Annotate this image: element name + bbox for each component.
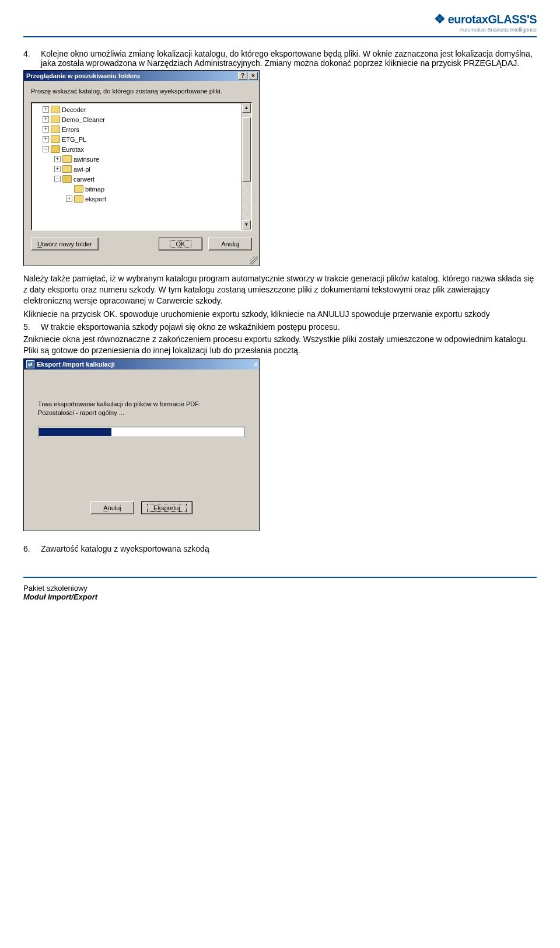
list-number: 4. (23, 49, 35, 68)
collapse-icon[interactable]: − (43, 146, 49, 152)
dialog-title: Eksport /Import kalkulacji (37, 361, 115, 368)
tree-row[interactable]: + awi-pl (32, 164, 242, 174)
footer: Pakiet szkoleniowy Moduł Import/Export (23, 584, 537, 601)
browse-folder-dialog: Przeglądanie w poszukiwaniu folderu ? × … (23, 70, 260, 266)
resize-grip[interactable] (24, 256, 259, 266)
expand-icon[interactable]: + (43, 106, 49, 113)
expand-icon[interactable]: + (43, 116, 49, 123)
footer-rule (23, 577, 537, 578)
header-logo-bar: ❖ eurotaxGLASS'S Automotive Business Int… (23, 12, 537, 33)
spacer (66, 186, 72, 192)
list-number: 5. (23, 322, 35, 332)
logo-arrow-icon: ❖ (434, 12, 446, 27)
header-rule (23, 36, 537, 37)
export-dialog: ⇄ Eksport /Import kalkulacji × Trwa eksp… (23, 358, 260, 531)
logo: ❖ eurotaxGLASS'S Automotive Business Int… (434, 12, 537, 33)
progress-bar (38, 427, 245, 437)
folder-icon (74, 195, 83, 203)
tree-label: Demo_Cleaner (62, 116, 105, 123)
folder-icon (62, 165, 72, 173)
close-button[interactable]: × (249, 72, 258, 80)
expand-icon[interactable]: + (54, 156, 61, 162)
scroll-track[interactable] (242, 113, 251, 220)
paragraph: Należy także pamiętać, iż w wybranym kat… (23, 273, 537, 306)
dialog-message: Proszę wskazać katalog, do którego zosta… (31, 87, 252, 95)
footer-line-2: Moduł Import/Export (23, 592, 537, 601)
export-status-line: Pozostałości - raport ogólny ... (38, 409, 245, 416)
tree-label: Errors (62, 126, 79, 133)
scroll-up-icon[interactable]: ▲ (242, 103, 251, 113)
expand-icon[interactable]: + (66, 196, 72, 202)
folder-open-icon (51, 145, 60, 153)
tree-label: bitmap (85, 186, 104, 193)
folder-icon (51, 135, 60, 143)
list-item-6: 6. Zawartość katalogu z wyeksportowana s… (23, 544, 537, 553)
scrollbar[interactable]: ▲ ▼ (242, 103, 251, 229)
tree-row[interactable]: + eksport (32, 194, 242, 204)
folder-open-icon (62, 175, 72, 183)
cancel-button[interactable]: Anuluj (208, 238, 252, 250)
dialog-titlebar[interactable]: ⇄ Eksport /Import kalkulacji × (24, 359, 259, 370)
tree-label: eksport (85, 196, 106, 203)
dialog-title: Przeglądanie w poszukiwaniu folderu (26, 72, 140, 79)
help-button[interactable]: ? (238, 72, 247, 80)
logo-subtitle: Automotive Business Intelligence (460, 27, 537, 33)
tree-row[interactable]: + Demo_Cleaner (32, 114, 242, 124)
expand-icon[interactable]: + (43, 136, 49, 142)
list-item-4: 4. Kolejne okno umożliwia zmianę lokaliz… (23, 49, 537, 68)
app-icon: ⇄ (26, 360, 34, 368)
tree-row[interactable]: − carwert (32, 174, 242, 184)
paragraph: Klikniecie na przycisk OK. spowoduje uru… (23, 309, 537, 320)
ok-button[interactable]: OK (159, 238, 202, 250)
footer-line-1: Pakiet szkoleniowy (23, 584, 537, 592)
list-number: 6. (23, 544, 35, 553)
tree-row[interactable]: bitmap (32, 184, 242, 194)
scroll-down-icon[interactable]: ▼ (242, 220, 251, 229)
new-folder-button[interactable]: Utwórz nowy folder (31, 238, 99, 250)
tree-label: awinsure (74, 156, 99, 163)
collapse-icon[interactable]: − (54, 176, 61, 182)
list-text: Zawartość katalogu z wyeksportowana szko… (41, 544, 537, 553)
cancel-button[interactable]: Anuluj (90, 501, 134, 514)
list-text: Kolejne okno umożliwia zmianę lokalizacj… (41, 49, 537, 68)
folder-icon (51, 116, 60, 123)
logo-text: eurotaxGLASS'S (448, 13, 537, 26)
tree-row[interactable]: + ETG_PL (32, 134, 242, 144)
tree-row[interactable]: − Eurotax (32, 144, 242, 154)
tree-label: Decoder (62, 106, 86, 113)
expand-icon[interactable]: + (54, 166, 61, 172)
tree-label: carwert (74, 176, 94, 183)
expand-icon[interactable]: + (43, 126, 49, 133)
tree-row[interactable]: + awinsure (32, 154, 242, 164)
tree-label: awi-pl (74, 166, 90, 173)
scroll-thumb[interactable] (242, 117, 251, 182)
tree-row[interactable]: + Errors (32, 124, 242, 134)
list-text: W trakcie eksportowania szkody pojawi si… (41, 322, 537, 332)
folder-icon (51, 126, 60, 133)
tree-label: ETG_PL (62, 136, 86, 143)
tree-row[interactable]: + Decoder (32, 104, 242, 114)
export-button[interactable]: Eksportuj (141, 501, 192, 514)
folder-icon (62, 155, 72, 163)
folder-icon (74, 185, 83, 193)
export-status-line: Trwa eksportowanie kalkulacji do plików … (38, 400, 245, 407)
dialog-titlebar[interactable]: Przeglądanie w poszukiwaniu folderu ? × (24, 71, 259, 81)
progress-fill (39, 428, 111, 436)
tree-label: Eurotax (62, 146, 84, 153)
paragraph: Znikniecie okna jest równoznaczne z zako… (23, 334, 537, 356)
folder-icon (51, 106, 60, 113)
grip-icon (250, 256, 258, 264)
folder-tree[interactable]: + Decoder + Demo_Cleaner + Errors (31, 102, 252, 231)
close-button[interactable]: × (254, 361, 258, 368)
list-item-5: 5. W trakcie eksportowania szkody pojawi… (23, 322, 537, 332)
